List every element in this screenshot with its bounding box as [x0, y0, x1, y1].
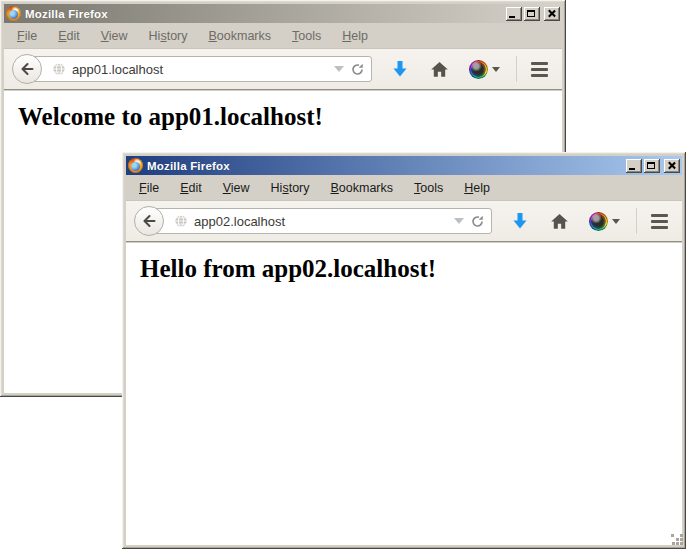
navigation-toolbar: app01.localhost: [4, 48, 562, 90]
page-content: Hello from app02.localhost!: [126, 243, 682, 545]
menu-item-edit[interactable]: Edit: [55, 27, 83, 45]
globe-icon: [174, 214, 188, 228]
location-group: app02.localhost: [134, 206, 492, 236]
menu-bar: FileEditViewHistoryBookmarksToolsHelp: [126, 175, 682, 200]
urlbar-dropdown-icon[interactable]: [334, 66, 344, 72]
maximize-button[interactable]: [524, 7, 540, 21]
reload-icon[interactable]: [350, 62, 365, 77]
menu-bar: FileEditViewHistoryBookmarksToolsHelp: [4, 23, 562, 48]
title-bar[interactable]: Mozilla Firefox: [4, 4, 562, 23]
caret-down-icon: [612, 219, 620, 224]
globe-icon: [52, 62, 66, 76]
caret-down-icon: [492, 67, 500, 72]
firefox-logo-icon: [128, 158, 143, 173]
menu-item-tools[interactable]: Tools: [411, 179, 446, 197]
page-heading: Welcome to app01.localhost!: [18, 103, 562, 131]
close-button[interactable]: [664, 159, 680, 173]
menu-item-bookmarks[interactable]: Bookmarks: [206, 27, 275, 45]
download-icon[interactable]: [390, 59, 410, 79]
hamburger-menu-icon[interactable]: [531, 62, 548, 77]
toolbar-separator: [516, 56, 517, 82]
menu-item-edit[interactable]: Edit: [177, 179, 205, 197]
url-text[interactable]: app02.localhost: [194, 214, 448, 229]
menu-item-view[interactable]: View: [98, 27, 131, 45]
toolbar-separator: [636, 208, 637, 234]
menu-item-help[interactable]: Help: [339, 27, 371, 45]
window-title: Mozilla Firefox: [147, 160, 622, 172]
reload-icon[interactable]: [470, 214, 485, 229]
back-arrow-icon: [19, 61, 35, 77]
close-button[interactable]: [544, 7, 560, 21]
resize-grip[interactable]: [671, 534, 684, 547]
home-icon[interactable]: [430, 60, 449, 79]
maximize-button[interactable]: [644, 159, 660, 173]
url-bar[interactable]: app02.localhost: [149, 208, 492, 234]
menu-item-history[interactable]: History: [268, 179, 313, 197]
title-bar[interactable]: Mozilla Firefox: [126, 156, 682, 175]
url-bar[interactable]: app01.localhost: [27, 56, 372, 82]
menu-item-bookmarks[interactable]: Bookmarks: [328, 179, 397, 197]
home-icon[interactable]: [550, 212, 569, 231]
window-controls: [506, 7, 560, 21]
minimize-button[interactable]: [506, 7, 522, 21]
window-title: Mozilla Firefox: [25, 8, 502, 20]
hamburger-menu-icon[interactable]: [651, 214, 668, 229]
menu-item-tools[interactable]: Tools: [289, 27, 324, 45]
download-icon[interactable]: [510, 211, 530, 231]
back-button[interactable]: [134, 206, 164, 236]
url-text[interactable]: app01.localhost: [72, 62, 328, 77]
urlbar-dropdown-icon[interactable]: [454, 218, 464, 224]
color-wheel-icon: [469, 60, 488, 79]
menu-item-view[interactable]: View: [220, 179, 253, 197]
location-group: app01.localhost: [12, 54, 372, 84]
minimize-button[interactable]: [626, 159, 642, 173]
window-controls: [626, 159, 680, 173]
navigation-toolbar: app02.localhost: [126, 200, 682, 242]
firefox-window-app02: Mozilla Firefox FileEditViewHistoryBookm…: [122, 152, 686, 549]
menu-item-history[interactable]: History: [146, 27, 191, 45]
menu-item-help[interactable]: Help: [461, 179, 493, 197]
color-wheel-addon-icon[interactable]: [469, 60, 500, 79]
back-arrow-icon: [141, 213, 157, 229]
firefox-logo-icon: [6, 6, 21, 21]
color-wheel-icon: [589, 212, 608, 231]
page-heading: Hello from app02.localhost!: [140, 255, 682, 283]
menu-item-file[interactable]: File: [14, 27, 40, 45]
back-button[interactable]: [12, 54, 42, 84]
color-wheel-addon-icon[interactable]: [589, 212, 620, 231]
menu-item-file[interactable]: File: [136, 179, 162, 197]
